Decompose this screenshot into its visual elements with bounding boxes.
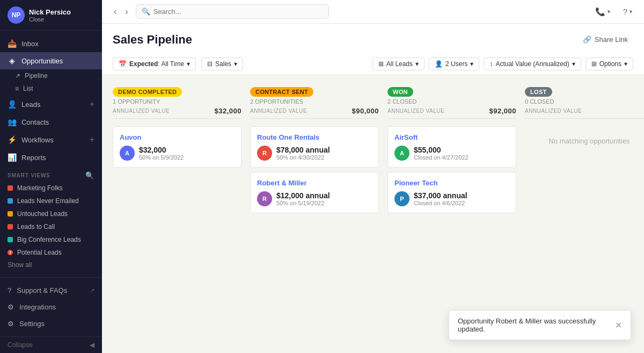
sidebar-item-leads[interactable]: 👤 Leads + <box>0 95 102 113</box>
smart-views-search-icon[interactable]: 🔍 <box>85 171 94 179</box>
stage-count: 1 OPPORTUNITY <box>113 98 241 105</box>
pipeline-stage-won: WON 2 CLOSED ANNUALIZED VALUE $92,000 Ai… <box>387 84 516 344</box>
smart-views-section-label: SMART VIEWS 🔍 <box>0 166 102 182</box>
sidebar-item-contacts[interactable]: 👥 Contacts <box>0 113 102 131</box>
opportunity-name: Route One Rentals <box>257 133 372 141</box>
help-button[interactable]: ? ▾ <box>620 5 635 18</box>
options-filter[interactable]: ⊞ Options ▾ <box>586 57 633 70</box>
opportunity-details: R $78,000 annual 50% on 4/30/2022 <box>257 146 372 161</box>
smart-view-marketing-folks[interactable]: Marketing Folks <box>0 182 102 194</box>
sidebar-user: NP Nick Persico Close <box>8 6 71 24</box>
opportunity-avatar: A <box>120 146 135 161</box>
all-leads-filter[interactable]: ⊞ All Leads ▾ <box>372 57 425 70</box>
opportunity-meta: $12,000 annual 50% on 5/19/2022 <box>276 191 330 206</box>
opportunity-card[interactable]: AirSoft A $55,000 Closed on 4/27/2022 <box>387 126 516 168</box>
annualized-value: $92,000 <box>489 107 517 115</box>
forward-button[interactable]: › <box>122 5 131 19</box>
value-filter[interactable]: ↕ Actual Value (Annualized) ▾ <box>484 57 581 70</box>
collapse-label: Collapse <box>8 341 33 349</box>
stage-annualized: ANNUALIZED VALUE $90,000 <box>250 107 379 119</box>
stage-header: LOST 0 CLOSED ANNUALIZED VALUE $0 <box>525 84 644 122</box>
smart-view-leads-to-call[interactable]: Leads to Call <box>0 220 102 233</box>
show-all-link[interactable]: Show all <box>0 259 102 273</box>
sales-filter[interactable]: ⊟ Sales ▾ <box>201 57 243 70</box>
sidebar-username: Nick Persico <box>29 8 71 16</box>
external-link-icon: ↗ <box>90 287 94 293</box>
toast-notification: Opportunity Robert & Miller was successf… <box>449 310 631 340</box>
workflows-icon: ⚡ <box>8 135 16 144</box>
smart-view-dot <box>8 237 13 242</box>
collapse-bar[interactable]: Collapse ◀ <box>0 336 102 353</box>
expected-filter[interactable]: 📅 Expected: All Time ▾ <box>113 57 196 70</box>
opportunity-details: P $37,000 annual Closed on 4/6/2022 <box>394 191 509 206</box>
opportunity-card[interactable]: Robert & Miller R $12,000 annual 50% on … <box>250 172 379 213</box>
toast-close-button[interactable]: ✕ <box>615 320 622 330</box>
sidebar-close[interactable]: Close <box>29 16 71 23</box>
filter-icon: ⊟ <box>207 60 213 68</box>
search-box: 🔍 <box>136 4 329 19</box>
sidebar-item-pipeline[interactable]: ↗ Pipeline <box>0 69 102 82</box>
stage-count: 2 OPPORTUNITIES <box>250 98 379 105</box>
footer-integrations[interactable]: ⚙ Integrations <box>0 299 102 315</box>
workflows-add-icon[interactable]: + <box>90 135 94 145</box>
phone-icon: 📞 <box>595 7 605 17</box>
stage-annualized: ANNUALIZED VALUE $0 <box>525 107 644 119</box>
leads-icon: 👤 <box>8 100 16 109</box>
opportunity-card[interactable]: Pioneer Tech P $37,000 annual Closed on … <box>387 172 516 213</box>
share-link-button[interactable]: 🔗 Share Link <box>577 32 633 47</box>
footer-support[interactable]: ? Support & FAQs ↗ <box>0 282 102 299</box>
smart-view-big-conference-leads[interactable]: Big Conference Leads <box>0 233 102 246</box>
search-input[interactable] <box>153 8 323 16</box>
smart-view-label: Marketing Folks <box>17 184 63 192</box>
smart-view-dot <box>8 198 13 204</box>
footer-label: Support & FAQs <box>17 286 67 294</box>
opportunity-amount: $12,000 annual <box>276 191 330 200</box>
stage-header: DEMO COMPLETED 1 OPPORTUNITY ANNUALIZED … <box>113 84 241 122</box>
inbox-icon: 📥 <box>8 39 16 48</box>
phone-button[interactable]: 📞 ▾ <box>592 5 613 19</box>
sidebar-item-label: Workflows <box>21 136 84 144</box>
users-filter[interactable]: 👤 2 Users ▾ <box>429 57 479 70</box>
opportunity-date: 50% on 5/9/2022 <box>139 154 184 161</box>
opportunity-details: A $55,000 Closed on 4/27/2022 <box>394 146 509 161</box>
help-icon: ? <box>623 7 627 16</box>
stage-header: WON 2 CLOSED ANNUALIZED VALUE $92,000 <box>387 84 516 122</box>
footer-settings[interactable]: ⚙ Settings <box>0 315 102 332</box>
sidebar-item-opportunities[interactable]: ◈ Opportunities <box>0 52 102 69</box>
sidebar-item-inbox[interactable]: 📥 Inbox <box>0 35 102 52</box>
smart-view-potential-leads[interactable]: 7 Potential Leads <box>0 246 102 259</box>
sidebar-item-list[interactable]: ≡ List <box>0 82 102 95</box>
sidebar-sub-label: List <box>23 85 33 92</box>
smart-view-label: Leads to Call <box>17 223 55 230</box>
smart-view-dot <box>8 224 13 229</box>
topbar-right: 📞 ▾ ? ▾ <box>592 5 635 19</box>
opportunity-card[interactable]: Route One Rentals R $78,000 annual 50% o… <box>250 126 379 168</box>
opportunity-card[interactable]: Auvon A $32,000 50% on 5/9/2022 <box>113 126 241 168</box>
collapse-icon: ◀ <box>90 341 94 349</box>
sidebar-item-reports[interactable]: 📊 Reports <box>0 149 102 166</box>
opportunity-date: Closed on 4/6/2022 <box>414 200 467 206</box>
integrations-icon: ⚙ <box>8 303 14 311</box>
sidebar-footer: ? Support & FAQs ↗ ⚙ Integrations ⚙ Sett… <box>0 277 102 336</box>
opportunities-icon: ◈ <box>8 56 16 65</box>
leads-add-icon[interactable]: + <box>90 99 94 109</box>
support-icon: ? <box>8 286 11 294</box>
main-content: ‹ › 🔍 📞 ▾ ? ▾ Sales Pipeline 🔗 Share Lin… <box>102 0 644 353</box>
sidebar-item-workflows[interactable]: ⚡ Workflows + <box>0 131 102 149</box>
opportunity-name: Auvon <box>120 133 235 141</box>
pipeline-icon: ↗ <box>15 72 20 80</box>
back-button[interactable]: ‹ <box>111 5 120 19</box>
topbar: ‹ › 🔍 📞 ▾ ? ▾ <box>102 0 644 24</box>
phone-dropdown-icon: ▾ <box>608 9 610 15</box>
sidebar: NP Nick Persico Close 📥 Inbox ◈ Opportun… <box>0 0 102 353</box>
annualized-label: ANNUALIZED VALUE <box>113 108 170 114</box>
sidebar-header: NP Nick Persico Close <box>0 0 102 31</box>
toast-message: Opportunity Robert & Miller was successf… <box>458 317 604 333</box>
opportunity-date: 50% on 5/19/2022 <box>276 200 330 206</box>
value-filter-icon: ↕ <box>489 60 493 68</box>
smart-view-leads-never-emailed[interactable]: Leads Never Emailed <box>0 194 102 207</box>
chevron-down-icon: ▾ <box>415 60 419 68</box>
chevron-down-icon: ▾ <box>470 60 473 68</box>
stage-badge: WON <box>387 87 413 97</box>
smart-view-untouched-leads[interactable]: Untouched Leads <box>0 207 102 220</box>
